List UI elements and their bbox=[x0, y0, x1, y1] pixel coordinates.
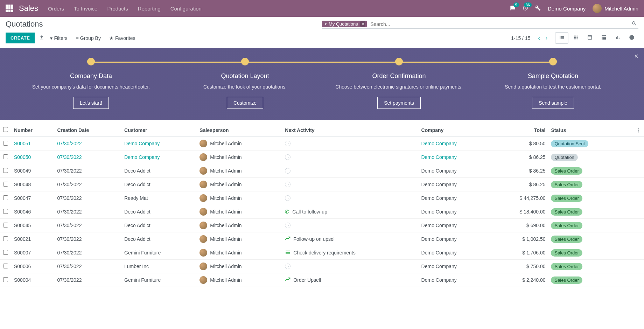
company-switcher[interactable]: Demo Company bbox=[548, 6, 586, 12]
favorites-dropdown[interactable]: ★Favorites bbox=[109, 35, 135, 41]
clock-icon[interactable] bbox=[285, 264, 290, 269]
filters-dropdown[interactable]: ▾Filters bbox=[50, 35, 67, 41]
row-checkbox[interactable] bbox=[3, 223, 8, 227]
step-button[interactable]: Set payments bbox=[377, 97, 421, 109]
col-status[interactable]: Status bbox=[548, 124, 625, 137]
cell-customer[interactable]: Gemini Furniture bbox=[121, 246, 197, 260]
cell-company[interactable]: Demo Company bbox=[419, 260, 492, 273]
clock-icon[interactable] bbox=[285, 154, 290, 160]
clock-icon[interactable] bbox=[285, 168, 290, 174]
cell-number[interactable]: S00046 bbox=[11, 205, 54, 219]
cell-activity[interactable]: Follow-up on upsell bbox=[282, 232, 418, 246]
cell-activity[interactable]: Order Upsell bbox=[282, 273, 418, 287]
cell-activity[interactable] bbox=[282, 191, 418, 205]
cell-activity[interactable] bbox=[282, 150, 418, 164]
clock-icon[interactable] bbox=[285, 223, 290, 228]
pager-prev-icon[interactable]: ‹ bbox=[536, 35, 542, 41]
cell-number[interactable]: S00006 bbox=[11, 260, 54, 273]
cell-company[interactable]: Demo Company bbox=[419, 178, 492, 191]
col-company[interactable]: Company bbox=[419, 124, 492, 137]
row-checkbox[interactable] bbox=[3, 141, 8, 146]
clock-icon[interactable] bbox=[285, 141, 290, 146]
cell-activity[interactable] bbox=[282, 178, 418, 191]
nav-to-invoice[interactable]: To Invoice bbox=[74, 6, 98, 12]
step-button[interactable]: Customize bbox=[227, 97, 263, 109]
cell-company[interactable]: Demo Company bbox=[419, 205, 492, 219]
import-icon[interactable] bbox=[39, 35, 44, 41]
cell-company[interactable]: Demo Company bbox=[419, 219, 492, 232]
cell-customer[interactable]: Deco Addict bbox=[121, 219, 197, 232]
search-chip-my-quotations[interactable]: ▾ My Quotations × bbox=[322, 21, 367, 27]
cell-salesperson[interactable]: Mitchell Admin bbox=[197, 273, 282, 287]
cell-customer[interactable]: Ready Mat bbox=[121, 191, 197, 205]
nav-configuration[interactable]: Configuration bbox=[170, 6, 202, 12]
cell-number[interactable]: S00045 bbox=[11, 219, 54, 232]
cell-customer[interactable]: Demo Company bbox=[121, 150, 197, 164]
cell-number[interactable]: S00007 bbox=[11, 246, 54, 260]
activity-view-icon[interactable] bbox=[625, 32, 638, 44]
cell-salesperson[interactable]: Mitchell Admin bbox=[197, 150, 282, 164]
cell-company[interactable]: Demo Company bbox=[419, 246, 492, 260]
cell-customer[interactable]: Deco Addict bbox=[121, 164, 197, 178]
row-checkbox[interactable] bbox=[3, 277, 8, 282]
nav-reporting[interactable]: Reporting bbox=[138, 6, 161, 12]
row-checkbox[interactable] bbox=[3, 250, 8, 255]
search-icon[interactable] bbox=[630, 21, 638, 27]
cell-salesperson[interactable]: Mitchell Admin bbox=[197, 260, 282, 273]
row-checkbox[interactable] bbox=[3, 154, 8, 159]
list-view-icon[interactable] bbox=[555, 32, 568, 44]
row-checkbox[interactable] bbox=[3, 264, 8, 268]
chip-remove-icon[interactable]: × bbox=[360, 21, 366, 27]
calendar-view-icon[interactable] bbox=[583, 32, 596, 44]
row-checkbox[interactable] bbox=[3, 168, 8, 173]
cell-company[interactable]: Demo Company bbox=[419, 164, 492, 178]
table-row[interactable]: S00049 07/30/2022 Deco Addict Mitchell A… bbox=[0, 164, 644, 178]
graph-view-icon[interactable] bbox=[611, 32, 624, 44]
cell-number[interactable]: S00047 bbox=[11, 191, 54, 205]
cell-activity[interactable]: Check delivery requirements bbox=[282, 246, 418, 260]
cell-customer[interactable]: Deco Addict bbox=[121, 205, 197, 219]
table-row[interactable]: S00048 07/30/2022 Deco Addict Mitchell A… bbox=[0, 178, 644, 191]
row-checkbox[interactable] bbox=[3, 195, 8, 200]
clock-icon[interactable] bbox=[285, 182, 290, 187]
cell-activity[interactable] bbox=[282, 137, 418, 150]
cell-company[interactable]: Demo Company bbox=[419, 232, 492, 246]
cell-number[interactable]: S00048 bbox=[11, 178, 54, 191]
cell-salesperson[interactable]: Mitchell Admin bbox=[197, 205, 282, 219]
row-checkbox[interactable] bbox=[3, 236, 8, 241]
activities-icon[interactable]: 36 bbox=[523, 5, 528, 12]
columns-kebab-icon[interactable]: ⋮ bbox=[636, 127, 641, 133]
table-row[interactable]: S00046 07/30/2022 Deco Addict Mitchell A… bbox=[0, 205, 644, 219]
step-button[interactable]: Send sample bbox=[532, 97, 574, 109]
select-all-checkbox[interactable] bbox=[3, 127, 8, 132]
table-row[interactable]: S00004 07/30/2022 Gemini Furniture Mitch… bbox=[0, 273, 644, 287]
apps-grid-icon[interactable] bbox=[6, 5, 13, 12]
cell-company[interactable]: Demo Company bbox=[419, 137, 492, 150]
user-menu[interactable]: Mitchell Admin bbox=[593, 4, 638, 13]
col-number[interactable]: Number bbox=[11, 124, 54, 137]
cell-number[interactable]: S00050 bbox=[11, 150, 54, 164]
cell-company[interactable]: Demo Company bbox=[419, 191, 492, 205]
cell-customer[interactable]: Gemini Furniture bbox=[121, 273, 197, 287]
col-date[interactable]: Creation Date bbox=[54, 124, 121, 137]
groupby-dropdown[interactable]: ≡Group By bbox=[76, 35, 101, 41]
debug-icon[interactable] bbox=[535, 5, 541, 12]
search-bar[interactable]: ▾ My Quotations × bbox=[322, 20, 638, 29]
table-row[interactable]: S00007 07/30/2022 Gemini Furniture Mitch… bbox=[0, 246, 644, 260]
search-input[interactable] bbox=[369, 20, 630, 28]
cell-salesperson[interactable]: Mitchell Admin bbox=[197, 219, 282, 232]
cell-customer[interactable]: Demo Company bbox=[121, 137, 197, 150]
cell-activity[interactable] bbox=[282, 164, 418, 178]
cell-customer[interactable]: Deco Addict bbox=[121, 178, 197, 191]
nav-orders[interactable]: Orders bbox=[48, 6, 64, 12]
cell-number[interactable]: S00051 bbox=[11, 137, 54, 150]
table-row[interactable]: S00021 07/30/2022 Deco Addict Mitchell A… bbox=[0, 232, 644, 246]
cell-number[interactable]: S00021 bbox=[11, 232, 54, 246]
table-row[interactable]: S00050 07/30/2022 Demo Company Mitchell … bbox=[0, 150, 644, 164]
pivot-view-icon[interactable] bbox=[597, 32, 610, 44]
cell-customer[interactable]: Lumber Inc bbox=[121, 260, 197, 273]
app-name[interactable]: Sales bbox=[19, 4, 38, 13]
create-button[interactable]: CREATE bbox=[6, 33, 35, 43]
cell-company[interactable]: Demo Company bbox=[419, 150, 492, 164]
col-total[interactable]: Total bbox=[492, 124, 548, 137]
